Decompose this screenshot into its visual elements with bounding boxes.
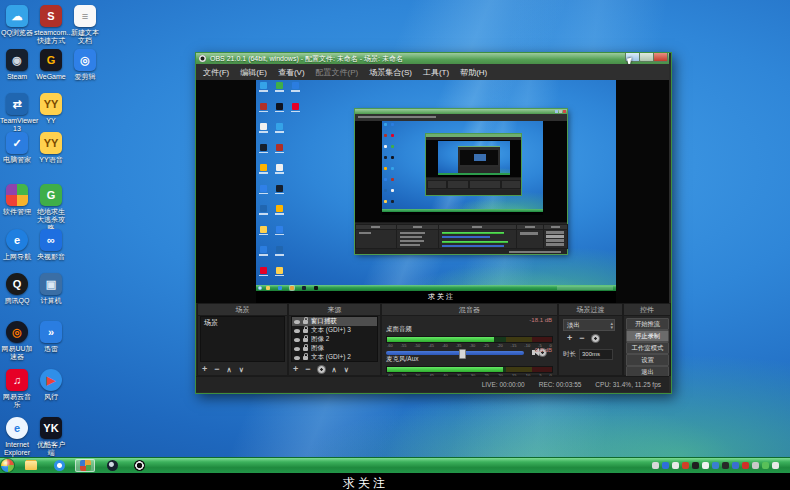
browser-e-icon: e (6, 229, 28, 251)
tray-icon[interactable] (652, 462, 659, 469)
menu-tools[interactable]: 工具(T) (423, 67, 449, 78)
remove-transition-button[interactable]: − (579, 333, 584, 343)
lock-icon[interactable] (303, 338, 308, 342)
captured-screen: 求关注 (256, 80, 616, 303)
tray-icon[interactable] (722, 462, 729, 469)
desktop-icon-pubg-guide[interactable]: G绝地求生大逃杀攻略 (34, 184, 68, 232)
maximize-button[interactable] (639, 53, 654, 62)
desktop-icon-thunder[interactable]: »迅雷 (34, 321, 68, 353)
start-streaming-button[interactable]: 开始推流 (626, 318, 669, 330)
lock-icon[interactable] (303, 347, 308, 351)
remove-scene-button[interactable]: − (214, 365, 219, 374)
menu-view[interactable]: 查看(V) (278, 67, 305, 78)
eye-icon[interactable] (294, 338, 300, 342)
tray-icon[interactable] (662, 462, 669, 469)
desktop-icon-cbox[interactable]: ∞央视影音 (34, 229, 68, 261)
mixer-panel-title[interactable]: 混音器 (382, 304, 557, 316)
desktop-icon-qq-browser[interactable]: ☁QQ浏览器 (0, 5, 34, 37)
desktop-icon-netease-music[interactable]: ♫网易云音乐 (0, 369, 34, 409)
duration-input[interactable]: 300ms (579, 349, 613, 360)
tray-icon[interactable] (752, 462, 759, 469)
add-transition-button[interactable]: + (567, 333, 572, 343)
close-button[interactable] (653, 53, 668, 62)
taskbar-browser[interactable] (50, 459, 68, 472)
source-up-button[interactable]: ∧ (332, 365, 337, 374)
tray-icon[interactable] (732, 462, 739, 469)
desktop-icon-yy[interactable]: YYYY (34, 93, 68, 125)
taskbar-active-app[interactable] (75, 459, 95, 472)
eye-icon[interactable] (294, 329, 300, 333)
preview-canvas[interactable]: 求关注 (196, 80, 669, 303)
sources-panel-title[interactable]: 来源 (289, 304, 380, 316)
menu-file[interactable]: 文件(F) (203, 67, 229, 78)
tray-icon[interactable] (692, 462, 699, 469)
tray-icon[interactable] (762, 462, 769, 469)
eye-icon[interactable] (294, 320, 300, 324)
desktop-icon-web-nav[interactable]: e上网导航 (0, 229, 34, 261)
stop-recording-button[interactable]: 停止录制 (626, 330, 669, 342)
transitions-panel-title[interactable]: 场景过渡 (559, 304, 622, 316)
taskbar-obs[interactable] (130, 459, 148, 472)
tray-icon[interactable] (672, 462, 679, 469)
desktop-icon-uu-booster[interactable]: ◎网易UU加速器 (0, 321, 34, 361)
scene-up-button[interactable]: ∧ (227, 365, 232, 374)
menu-scene-collection[interactable]: 场景集合(S) (369, 67, 412, 78)
captured-obs-window (355, 109, 567, 254)
scenes-panel-title[interactable]: 场景 (198, 304, 287, 316)
studio-mode-button[interactable]: 工作室模式 (626, 342, 669, 354)
desktop-icon-yy-voice[interactable]: YYYY语音 (34, 132, 68, 164)
scene-down-button[interactable]: ∨ (239, 365, 244, 374)
tray-icon[interactable] (712, 462, 719, 469)
settings-button[interactable]: 设置 (626, 354, 669, 366)
source-down-button[interactable]: ∨ (344, 365, 349, 374)
uu-booster-icon: ◎ (6, 321, 28, 343)
taskbar-steam[interactable] (103, 459, 121, 472)
desktop-icon-new-text-doc[interactable]: ≡新建文本文档 (68, 5, 102, 45)
desktop-icon-computer[interactable]: ▣计算机 (34, 273, 68, 305)
desktop-icon-youku[interactable]: YK优酷客户端 (34, 417, 68, 457)
captured-caption-text: 求关注 (428, 292, 455, 302)
desktop-icon-ie[interactable]: eInternet Explorer (0, 417, 34, 457)
tray-icon[interactable] (682, 462, 689, 469)
menu-help[interactable]: 帮助(H) (460, 67, 487, 78)
source-row[interactable]: 图像 (292, 344, 377, 353)
desktop-icon-video-player[interactable]: ◎爱剪辑 (68, 49, 102, 81)
source-row[interactable]: 图像 2 (292, 335, 377, 344)
add-source-button[interactable]: + (293, 365, 298, 374)
menu-profile[interactable]: 配置文件(P) (316, 67, 359, 78)
tray-icon[interactable] (772, 462, 779, 469)
desktop-icon-software-manager[interactable]: 软件管理 (0, 184, 34, 216)
obs-titlebar[interactable]: OBS 21.0.1 (64bit, windows) - 配置文件: 未命名 … (196, 53, 669, 64)
desktop-icon-teamviewer[interactable]: ⇄TeamViewer 13 (0, 93, 34, 133)
source-row[interactable]: 文本 (GDI+) 3 (292, 326, 377, 335)
transition-select[interactable]: 淡出▴▾ (563, 319, 615, 331)
source-row[interactable]: 窗口捕获 (292, 317, 377, 326)
desktop-icon-funshion[interactable]: ▶风行 (34, 369, 68, 401)
tray-icon[interactable] (742, 462, 749, 469)
lock-icon[interactable] (303, 356, 308, 360)
desktop-icon-label: YY (34, 117, 68, 125)
desktop-icon-qq[interactable]: Q腾讯QQ (0, 273, 34, 305)
source-properties-gear-icon[interactable] (318, 366, 325, 373)
taskbar-explorer[interactable] (22, 459, 40, 472)
lock-icon[interactable] (303, 320, 308, 324)
scene-item[interactable]: 场景 (201, 317, 284, 329)
controls-panel-title[interactable]: 控件 (624, 304, 670, 316)
menu-edit[interactable]: 编辑(E) (240, 67, 267, 78)
tray-icon[interactable] (702, 462, 709, 469)
start-button[interactable] (1, 459, 14, 472)
desktop-icon-label: QQ浏览器 (0, 29, 34, 37)
desktop-icon-steam-shortcut[interactable]: Ssteamcom...快捷方式 (34, 5, 68, 45)
steam-icon (107, 460, 118, 471)
transition-gear-icon[interactable] (592, 335, 599, 342)
source-row[interactable]: 文本 (GDI+) 2 (292, 353, 377, 362)
eye-icon[interactable] (294, 347, 300, 351)
desktop-icon-pc-manager[interactable]: ✓电脑管家 (0, 132, 34, 164)
desktop-icon-label: steamcom...快捷方式 (34, 29, 68, 45)
eye-icon[interactable] (294, 356, 300, 360)
lock-icon[interactable] (303, 329, 308, 333)
remove-source-button[interactable]: − (305, 365, 310, 374)
desktop-icon-wegame[interactable]: GWeGame (34, 49, 68, 81)
desktop-icon-steam[interactable]: ◉Steam (0, 49, 34, 81)
add-scene-button[interactable]: + (202, 365, 207, 374)
